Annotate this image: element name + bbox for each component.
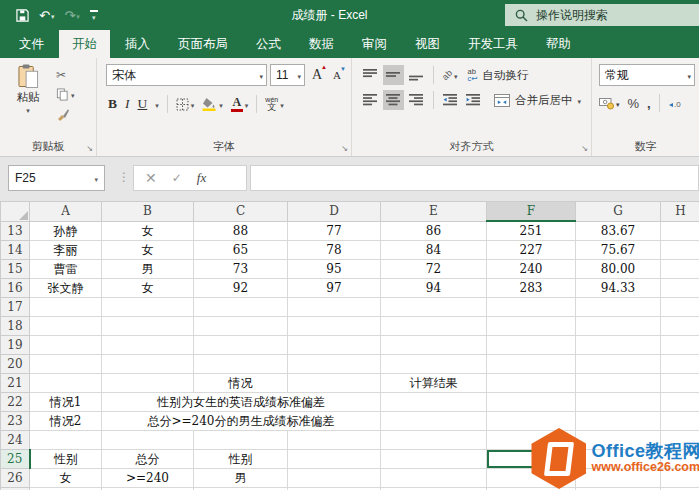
cell-D19[interactable] (288, 336, 381, 355)
cell-C19[interactable] (194, 336, 288, 355)
cell-A14[interactable]: 李丽 (30, 241, 102, 260)
cell-D21[interactable] (288, 374, 381, 393)
cell-E17[interactable] (381, 298, 487, 317)
cell-E20[interactable] (381, 355, 487, 374)
cell-D18[interactable] (288, 317, 381, 336)
cell-B20[interactable] (102, 355, 194, 374)
cell-A18[interactable] (30, 317, 102, 336)
row-header-14[interactable]: 14 (1, 241, 30, 260)
wrap-text-button[interactable]: ab c↩ 自动换行 (468, 68, 529, 83)
cell-E14[interactable]: 84 (381, 241, 487, 260)
row-header-20[interactable]: 20 (1, 355, 30, 374)
cell-H19[interactable] (661, 336, 699, 355)
cell-G17[interactable] (576, 298, 661, 317)
customize-qat-button[interactable]: ▾ (90, 10, 98, 20)
phonetic-guide-button[interactable]: wén 文 ▾ (265, 96, 283, 112)
cell-A23[interactable]: 情况2 (30, 412, 102, 431)
underline-button[interactable]: U (138, 97, 148, 111)
grow-font-button[interactable]: A▲ (308, 68, 326, 82)
cell-F15[interactable]: 240 (487, 260, 576, 279)
row-header-15[interactable]: 15 (1, 260, 30, 279)
cell-B13[interactable]: 女 (102, 221, 194, 241)
tab-开发工具[interactable]: 开发工具 (455, 30, 531, 58)
cell-E13[interactable]: 86 (381, 221, 487, 241)
cell-G16[interactable]: 94.33 (576, 279, 661, 298)
col-header-G[interactable]: G (576, 202, 661, 222)
cell-E25[interactable] (381, 450, 487, 469)
align-middle-button[interactable] (383, 65, 404, 85)
cell-C21[interactable]: 情况 (194, 374, 288, 393)
cell-H16[interactable] (661, 279, 699, 298)
cell-B16[interactable]: 女 (102, 279, 194, 298)
row-header-26[interactable]: 26 (1, 469, 30, 488)
undo-button[interactable]: ↶ ▾ (39, 9, 54, 22)
cell-H22[interactable] (661, 393, 699, 412)
cell-A24[interactable] (30, 431, 102, 450)
font-size-combo[interactable]: 11 ▾ (270, 64, 305, 86)
cell-F16[interactable]: 283 (487, 279, 576, 298)
row-header-21[interactable]: 21 (1, 374, 30, 393)
col-header-A[interactable]: A (30, 202, 102, 222)
col-header-H[interactable]: H (661, 202, 699, 222)
col-header-C[interactable]: C (194, 202, 288, 222)
fill-color-button[interactable]: ▾ (202, 97, 223, 111)
align-right-button[interactable] (406, 90, 427, 110)
tab-帮助[interactable]: 帮助 (533, 30, 584, 58)
format-painter-button[interactable] (56, 107, 75, 122)
cell-A13[interactable]: 孙静 (30, 221, 102, 241)
cell-E16[interactable]: 94 (381, 279, 487, 298)
cell-C24[interactable] (194, 431, 288, 450)
cell-F14[interactable]: 227 (487, 241, 576, 260)
cell-G22[interactable] (576, 393, 661, 412)
cell-G13[interactable]: 83.67 (576, 221, 661, 241)
cell-A16[interactable]: 张文静 (30, 279, 102, 298)
clipboard-dialog-launcher-icon[interactable]: ↘ (86, 144, 93, 153)
tab-视图[interactable]: 视图 (402, 30, 453, 58)
cell-H13[interactable] (661, 221, 699, 241)
borders-button[interactable]: ▾ (176, 98, 195, 111)
col-header-E[interactable]: E (381, 202, 487, 222)
cell-A19[interactable] (30, 336, 102, 355)
cell-D20[interactable] (288, 355, 381, 374)
align-center-button[interactable] (383, 90, 404, 110)
cell-A26[interactable]: 女 (30, 469, 102, 488)
cell-B18[interactable] (102, 317, 194, 336)
cell-A22[interactable]: 情况1 (30, 393, 102, 412)
enter-button[interactable]: ✓ (172, 172, 182, 184)
increase-decimal-button[interactable]: .0 (668, 97, 684, 109)
tab-开始[interactable]: 开始 (59, 30, 110, 58)
percent-style-button[interactable]: % (628, 96, 640, 111)
cell-C13[interactable]: 88 (194, 221, 288, 241)
cell-D17[interactable] (288, 298, 381, 317)
comma-style-button[interactable]: , (647, 96, 651, 111)
cell-G20[interactable] (576, 355, 661, 374)
cell-C25[interactable]: 性别 (194, 450, 288, 469)
cell-B23[interactable]: 总分>=240分的男生成绩标准偏差 (102, 412, 381, 431)
cell-F17[interactable] (487, 298, 576, 317)
cell-D24[interactable] (288, 431, 381, 450)
cell-B24[interactable] (102, 431, 194, 450)
cell-H14[interactable] (661, 241, 699, 260)
row-header-17[interactable]: 17 (1, 298, 30, 317)
cell-B19[interactable] (102, 336, 194, 355)
cell-F13[interactable]: 251 (487, 221, 576, 241)
font-color-button[interactable]: A ▾ (231, 96, 249, 112)
cell-G15[interactable]: 80.00 (576, 260, 661, 279)
cell-E24[interactable] (381, 431, 487, 450)
cell-D15[interactable]: 95 (288, 260, 381, 279)
cell-E19[interactable] (381, 336, 487, 355)
cell-C26[interactable]: 男 (194, 469, 288, 488)
cell-C18[interactable] (194, 317, 288, 336)
cell-A25[interactable]: 性别 (30, 450, 102, 469)
row-header-25[interactable]: 25 (1, 450, 30, 469)
cell-G21[interactable] (576, 374, 661, 393)
formula-input[interactable] (250, 165, 699, 191)
row-header-19[interactable]: 19 (1, 336, 30, 355)
alignment-dialog-launcher-icon[interactable]: ↘ (581, 144, 588, 153)
cell-G18[interactable] (576, 317, 661, 336)
formula-bar-splitter[interactable]: ⋮ (118, 170, 130, 184)
align-bottom-button[interactable] (406, 65, 427, 85)
cancel-button[interactable]: ✕ (145, 171, 157, 185)
col-header-D[interactable]: D (288, 202, 381, 222)
cell-B17[interactable] (102, 298, 194, 317)
